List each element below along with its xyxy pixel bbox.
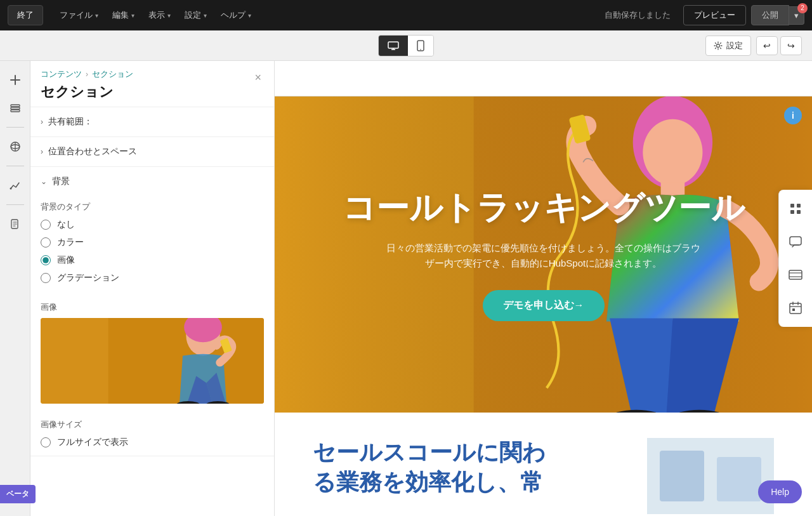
divider (6, 127, 24, 128)
bg-color-option[interactable]: カラー (41, 237, 264, 248)
section-icon-button[interactable] (784, 263, 807, 286)
calendar-icon-button[interactable] (784, 296, 807, 319)
svg-rect-32 (790, 210, 794, 214)
publish-btn-group: 公開 ▾ 2 (751, 5, 804, 25)
bg-image-radio[interactable] (41, 255, 51, 265)
svg-rect-28 (660, 451, 704, 501)
svg-point-2 (420, 49, 421, 50)
topbar: 終了 ファイル ▾ 編集 ▾ 表示 ▾ 設定 ▾ ヘルプ ▾ 自動保存しました … (0, 0, 812, 30)
autosave-status: 自動保存しました (605, 10, 671, 21)
panel-header: コンテンツ › セクション セクション × (30, 61, 274, 107)
background-section: ⌄ 背景 背景のタイプ なし カラー 画像 (30, 167, 274, 456)
chevron-down-icon: ▾ (248, 12, 251, 19)
menu-item-file[interactable]: ファイル ▾ (53, 6, 105, 25)
hero-section[interactable]: コールトラッキングツール 日々の営業活動での架電に優先順位を付けましょう。全ての… (275, 96, 812, 413)
chevron-right-icon: › (41, 117, 43, 126)
breadcrumb-section[interactable]: セクション (92, 69, 133, 80)
analytics-button[interactable] (4, 174, 27, 197)
chevron-down-icon: ▾ (167, 12, 171, 19)
info-badge[interactable]: i (784, 107, 802, 124)
fullsize-option[interactable]: フルサイズで表示 (41, 437, 264, 448)
secondbar-right: 設定 ↩ ↪ (705, 36, 802, 56)
panel-header-content: コンテンツ › セクション セクション (41, 69, 133, 102)
undo-button[interactable]: ↩ (756, 36, 778, 55)
hero-title: コールトラッキングツール (343, 188, 745, 227)
bg-type-label: 背景のタイプ (41, 201, 264, 213)
below-hero-title: セールスコールに関わ る業務を効率化し、常 (313, 438, 622, 498)
publish-button[interactable]: 公開 (751, 5, 789, 25)
alignment-header[interactable]: › 位置合わせとスペース (30, 137, 274, 166)
image-preview[interactable] (41, 318, 264, 404)
shared-scope-header[interactable]: › 共有範囲： (30, 107, 274, 136)
svg-rect-34 (790, 237, 801, 245)
svg-rect-29 (717, 457, 761, 501)
svg-point-3 (717, 44, 720, 47)
bg-gradient-option[interactable]: グラデーション (41, 272, 264, 284)
canvas-top-gap (275, 61, 812, 96)
svg-rect-30 (790, 204, 794, 208)
below-hero-text: セールスコールに関わ る業務を効率化し、常 (313, 438, 622, 498)
menu-item-edit[interactable]: 編集 ▾ (106, 6, 141, 25)
bg-color-radio[interactable] (41, 237, 51, 248)
svg-rect-6 (11, 110, 20, 112)
bg-type-radio-group: なし カラー 画像 グラデーション (41, 219, 264, 284)
publish-badge: 2 (797, 3, 808, 13)
hero-subtitle: 日々の営業活動での架電に優先順位を付けましょう。全ての操作はブラウザー内で実行で… (385, 241, 702, 271)
layers-button[interactable] (4, 96, 27, 119)
end-button[interactable]: 終了 (8, 5, 43, 25)
preview-button[interactable]: プレビュー (683, 5, 746, 25)
topbar-menu: ファイル ▾ 編集 ▾ 表示 ▾ 設定 ▾ ヘルプ ▾ (53, 6, 258, 25)
divider (6, 204, 24, 205)
add-element-button[interactable] (4, 69, 27, 91)
bg-image-option[interactable]: 画像 (41, 255, 264, 266)
bg-gradient-radio[interactable] (41, 273, 51, 283)
bg-none-radio[interactable] (41, 220, 51, 230)
publish-dropdown-button[interactable]: ▾ 2 (789, 6, 804, 25)
canvas-area: コールトラッキングツール 日々の営業活動での架電に優先順位を付けましょう。全ての… (275, 61, 812, 516)
image-size-radio-group: フルサイズで表示 (41, 437, 264, 448)
menu-item-help[interactable]: ヘルプ ▾ (214, 6, 258, 25)
divider (6, 166, 24, 166)
svg-rect-0 (388, 42, 398, 48)
svg-rect-38 (790, 303, 801, 314)
device-toggle (378, 35, 434, 56)
chevron-down-icon: ⌄ (41, 177, 47, 186)
svg-rect-42 (792, 308, 795, 311)
desktop-view-button[interactable] (379, 36, 408, 56)
settings-button[interactable]: 設定 (705, 36, 751, 56)
right-float-panel (778, 190, 812, 327)
shared-scope-section: › 共有範囲： (30, 107, 274, 137)
menu-item-settings[interactable]: 設定 ▾ (178, 6, 213, 25)
below-hero-section: セールスコールに関わ る業務を効率化し、常 (275, 413, 812, 516)
fullsize-radio[interactable] (41, 437, 51, 447)
help-button[interactable]: Help (758, 480, 802, 503)
chevron-down-icon: ▾ (131, 12, 134, 19)
chat-icon-button[interactable] (784, 230, 807, 253)
svg-rect-31 (797, 204, 801, 208)
hero-cta-button[interactable]: デモを申し込む→ (483, 290, 605, 321)
svg-rect-5 (11, 107, 20, 109)
chevron-right-icon: › (41, 147, 43, 156)
mobile-view-button[interactable] (408, 36, 433, 56)
image-size-section: 画像サイズ フルサイズで表示 (30, 411, 274, 456)
pages-button[interactable] (4, 213, 27, 235)
bg-none-option[interactable]: なし (41, 219, 264, 230)
media-button[interactable] (4, 135, 27, 158)
below-hero-image (647, 438, 774, 514)
chevron-down-icon: ▾ (95, 12, 98, 19)
svg-rect-35 (789, 270, 802, 279)
background-header[interactable]: ⌄ 背景 (30, 167, 274, 196)
secondbar: 設定 ↩ ↪ (0, 30, 812, 61)
below-image-placeholder (647, 438, 774, 514)
beta-tag: ベータ (0, 485, 36, 503)
image-section: 画像 (30, 294, 274, 411)
breadcrumb-separator: › (86, 70, 88, 79)
panel-title: セクション (41, 83, 133, 102)
redo-button[interactable]: ↪ (780, 36, 802, 55)
grid-icon-button[interactable] (784, 197, 807, 220)
breadcrumb-content[interactable]: コンテンツ (41, 69, 82, 80)
left-sidebar-icons (0, 61, 30, 516)
panel-close-button[interactable]: × (252, 69, 264, 87)
background-content: 背景のタイプ なし カラー 画像 (30, 196, 274, 294)
menu-item-view[interactable]: 表示 ▾ (142, 6, 177, 25)
